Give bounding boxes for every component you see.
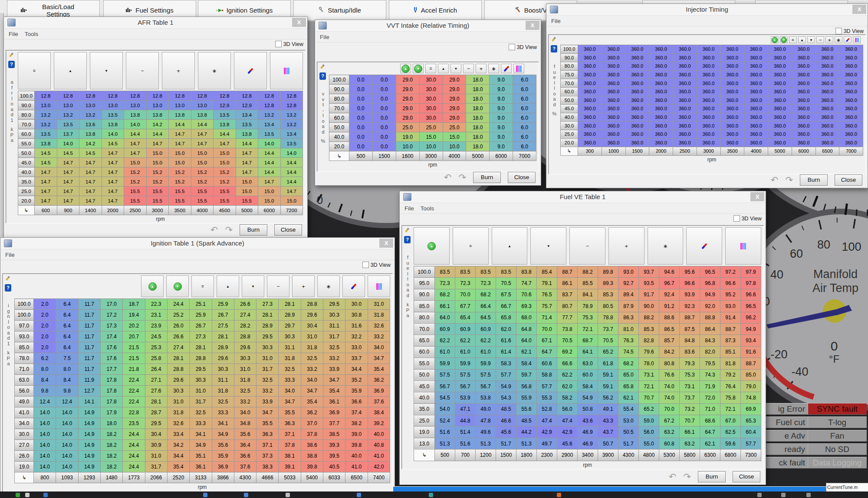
table-cell[interactable]: 29.0 [443, 94, 466, 104]
export-up-icon[interactable]: ▲ [141, 275, 164, 297]
table-cell[interactable]: 50.8 [578, 403, 598, 415]
column-header[interactable]: 6300 [700, 449, 720, 461]
table-cell[interactable]: 15.0 [214, 158, 236, 167]
table-cell[interactable]: 360.0 [649, 130, 673, 138]
table-cell[interactable]: 59.6 [720, 438, 741, 449]
table-cell[interactable]: 28.9 [256, 321, 279, 331]
table-cell[interactable]: 13.8 [146, 110, 169, 120]
table-cell[interactable]: 360.0 [744, 45, 768, 54]
table-cell[interactable]: 8.4 [56, 375, 78, 386]
table-cell[interactable]: 93.0 [618, 266, 639, 278]
table-cell[interactable]: 72.3 [476, 278, 496, 289]
table-cell[interactable]: 12.8 [169, 91, 191, 101]
taskbar-icon[interactable] [286, 493, 290, 497]
table-cell[interactable]: 33.9 [323, 364, 345, 375]
table-cell[interactable]: 58.2 [557, 392, 578, 403]
table-cell[interactable]: 70.5 [557, 335, 578, 346]
table-cell[interactable]: 63.2 [659, 426, 680, 438]
gradient-icon[interactable] [270, 52, 303, 89]
menu-file[interactable]: File [551, 18, 561, 24]
table-cell[interactable]: 86.1 [557, 278, 578, 289]
table-cell[interactable]: 88.8 [700, 312, 720, 323]
table-cell[interactable]: 14.7 [35, 196, 57, 206]
table-cell[interactable]: 2.0 [34, 321, 56, 331]
column-header[interactable]: 6500 [815, 147, 839, 156]
table-cell[interactable]: 15.0 [191, 158, 214, 167]
table-cell[interactable]: 72.3 [435, 278, 455, 289]
row-header[interactable]: 20.0 [561, 138, 578, 147]
row-header[interactable]: 27.0 [15, 440, 34, 451]
table-cell[interactable]: 65.2 [598, 346, 618, 357]
table-cell[interactable]: 29.6 [301, 310, 323, 321]
table-cell[interactable]: 66.6 [557, 358, 578, 369]
table-cell[interactable]: 37.3 [256, 451, 279, 462]
column-header[interactable]: 1600 [396, 151, 419, 161]
table-cell[interactable]: 96.8 [700, 278, 720, 289]
table-cell[interactable]: 14.9 [78, 462, 100, 472]
table-cell[interactable]: 30.3 [256, 342, 279, 353]
table-cell[interactable]: 30.9 [145, 440, 167, 451]
column-header[interactable]: 2520 [167, 472, 189, 483]
table-cell[interactable]: 12.8 [258, 101, 281, 110]
table-cell[interactable]: 360.0 [839, 130, 863, 138]
table-cell[interactable]: 85.3 [639, 323, 659, 334]
table-cell[interactable]: 73.8 [557, 323, 578, 334]
table-cell[interactable]: 37.6 [234, 462, 256, 472]
taskbar-icon[interactable] [757, 493, 762, 497]
row-header[interactable]: 70.0 [414, 323, 435, 334]
table-cell[interactable]: 42.9 [537, 426, 557, 438]
table-cell[interactable]: 85.4 [537, 266, 557, 278]
table-cell[interactable]: 85.1 [720, 346, 741, 357]
table-cell[interactable]: 360.0 [673, 138, 697, 147]
table-cell[interactable]: 31.8 [212, 386, 234, 396]
table-cell[interactable]: 12.9 [236, 101, 258, 110]
menu-tools[interactable]: Tools [25, 31, 39, 37]
table-cell[interactable]: 42.0 [368, 462, 390, 472]
table-cell[interactable]: 75.7 [537, 301, 557, 312]
table-cell[interactable]: 89.8 [598, 266, 618, 278]
table-cell[interactable]: 17.9 [100, 407, 122, 418]
redo-icon[interactable]: ↷ [458, 172, 466, 183]
table-cell[interactable]: 37.8 [301, 429, 323, 440]
table-cell[interactable]: 53.0 [618, 415, 639, 426]
redo-icon[interactable]: ↷ [683, 472, 691, 482]
table-cell[interactable]: 32.5 [190, 407, 212, 418]
table-cell[interactable]: 28.9 [279, 310, 301, 321]
table-cell[interactable]: 49.0 [476, 403, 496, 415]
table-cell[interactable]: 28.1 [190, 342, 212, 353]
table-cell[interactable]: 360.0 [649, 70, 673, 79]
table-cell[interactable]: 74.3 [700, 369, 720, 380]
table-cell[interactable]: 38.6 [301, 440, 323, 451]
column-header[interactable]: 2300 [537, 449, 557, 461]
table-cell[interactable]: 70.5 [496, 278, 516, 289]
table-cell[interactable]: 360.0 [768, 87, 792, 96]
table-cell[interactable]: 6.2 [34, 353, 56, 364]
table-cell[interactable]: 34.1 [190, 429, 212, 440]
table-cell[interactable]: 360.0 [578, 96, 602, 105]
table-cell[interactable]: 360.0 [602, 121, 625, 130]
column-header[interactable]: 1500 [372, 151, 396, 161]
column-header[interactable]: 6500 [345, 472, 368, 483]
table-cell[interactable]: 72.0 [700, 392, 720, 403]
row-header[interactable]: 20.0 [18, 196, 35, 206]
column-header[interactable]: 500 [349, 151, 373, 161]
table-cell[interactable]: 23.9 [145, 321, 167, 331]
table-cell[interactable]: 14.7 [146, 139, 169, 148]
table-cell[interactable]: 360.0 [578, 70, 602, 79]
table-cell[interactable]: 25.0 [443, 123, 466, 132]
table-cell[interactable]: 27.4 [167, 342, 189, 353]
table-cell[interactable]: 36.9 [212, 462, 234, 472]
table-cell[interactable]: 22.4 [123, 375, 145, 386]
table-cell[interactable]: 15.5 [124, 196, 147, 206]
table-cell[interactable]: 66.7 [496, 301, 516, 312]
table-cell[interactable]: 49.6 [476, 426, 496, 438]
minus-icon[interactable]: − [126, 52, 159, 89]
table-cell[interactable]: 360.0 [744, 53, 768, 62]
dec-icon[interactable]: ▼ [90, 52, 123, 89]
table-cell[interactable]: 64.5 [476, 312, 496, 323]
burn-button[interactable]: Burn [698, 471, 726, 482]
table-cell[interactable]: 65.8 [496, 312, 516, 323]
titlebar[interactable]: AFR Table 1 X [4, 17, 307, 29]
table-cell[interactable]: 28.7 [145, 407, 167, 418]
table-cell[interactable]: 37.1 [279, 429, 301, 440]
